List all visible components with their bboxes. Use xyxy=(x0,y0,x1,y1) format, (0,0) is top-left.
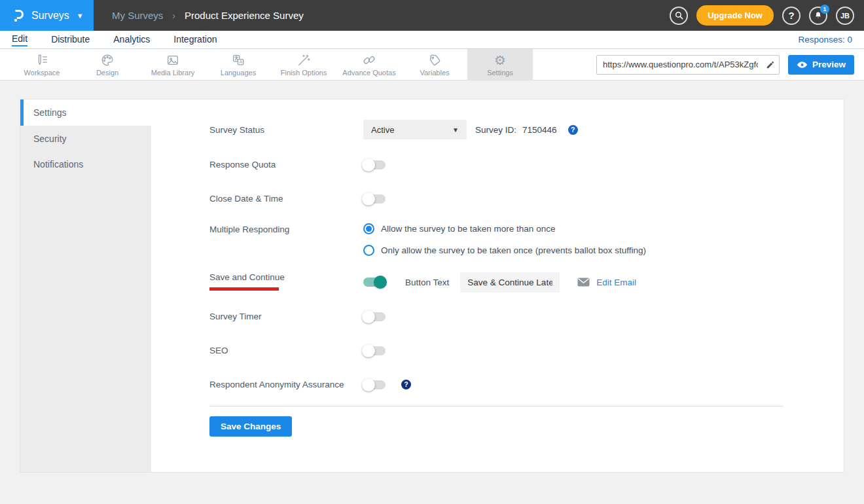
survey-url-box xyxy=(596,55,780,75)
survey-id-label: Survey ID: xyxy=(475,125,516,135)
sidebar-item-settings[interactable]: Settings xyxy=(20,99,151,126)
variables-icon xyxy=(427,52,442,67)
save-and-continue-label: Save and Continue xyxy=(209,272,285,282)
breadcrumb-my-surveys[interactable]: My Surveys xyxy=(112,10,163,21)
row-save-and-continue: Save and Continue Button Text Edit Email xyxy=(209,272,783,293)
upgrade-now-button[interactable]: Upgrade Now xyxy=(696,5,774,26)
survey-timer-label: Survey Timer xyxy=(209,312,363,321)
sidebar-item-security[interactable]: Security xyxy=(20,126,151,151)
survey-status-label: Survey Status xyxy=(209,125,363,135)
breadcrumb: My Surveys › Product Experience Survey xyxy=(112,10,304,21)
multiple-responding-options: Allow the survey to be taken more than o… xyxy=(363,223,646,256)
survey-status-value: Active xyxy=(371,125,394,135)
page-title: Product Experience Survey xyxy=(185,10,304,21)
multiple-responding-label: Multiple Responding xyxy=(209,223,363,234)
search-icon xyxy=(674,10,684,20)
button-text-label: Button Text xyxy=(405,278,449,287)
response-quota-toggle[interactable] xyxy=(363,160,386,170)
radio-option-multiple-allowed[interactable]: Allow the survey to be taken more than o… xyxy=(363,223,646,234)
eye-icon xyxy=(797,61,808,69)
notification-badge: 1 xyxy=(820,5,829,14)
row-seo: SEO xyxy=(209,341,783,359)
toolbar-item-settings[interactable]: ⚙ Settings xyxy=(467,49,533,80)
help-button[interactable]: ? xyxy=(782,7,801,25)
radio-option-once-only[interactable]: Only allow the survey to be taken once (… xyxy=(363,245,646,256)
preview-button[interactable]: Preview xyxy=(788,55,854,75)
close-date-time-toggle[interactable] xyxy=(363,194,386,204)
row-multiple-responding: Multiple Responding Allow the survey to … xyxy=(209,223,783,256)
toolbar-item-finish-options[interactable]: Finish Options xyxy=(271,49,336,80)
row-survey-status: Survey Status Active ▼ Survey ID: 715044… xyxy=(209,120,783,139)
media-library-icon xyxy=(166,52,180,67)
toolbar-item-media-library[interactable]: Media Library xyxy=(140,49,206,80)
settings-icon: ⚙ xyxy=(494,52,506,67)
edit-url-button[interactable] xyxy=(762,56,779,74)
product-switcher[interactable]: Surveys ▼ xyxy=(0,0,94,31)
respondent-anonymity-toggle[interactable] xyxy=(363,380,386,389)
toolbar-item-design[interactable]: Design xyxy=(75,49,140,80)
search-button[interactable] xyxy=(670,7,688,25)
breadcrumb-separator: › xyxy=(172,10,175,21)
top-header: Surveys ▼ My Surveys › Product Experienc… xyxy=(0,0,864,31)
response-quota-label: Response Quota xyxy=(209,160,363,170)
survey-nav: Edit Distribute Analytics Integration Re… xyxy=(0,31,864,49)
edit-toolbar: Workspace Design Media Library A Languag… xyxy=(0,49,864,81)
content-area: Settings Security Notifications Survey S… xyxy=(0,81,864,473)
row-respondent-anonymity: Respondent Anonymity Assurance ? xyxy=(209,375,783,393)
tab-integration[interactable]: Integration xyxy=(173,34,217,46)
notifications-button[interactable]: 1 xyxy=(809,7,827,25)
app-label: Surveys xyxy=(31,10,69,22)
radio-icon xyxy=(363,245,374,256)
survey-id-help-icon[interactable]: ? xyxy=(568,125,578,135)
row-response-quota: Response Quota xyxy=(209,155,783,173)
languages-icon: A xyxy=(231,52,245,67)
header-actions: Upgrade Now ? 1 JB xyxy=(670,5,864,26)
toolbar-item-languages[interactable]: A Languages xyxy=(206,49,271,80)
row-survey-timer: Survey Timer xyxy=(209,307,783,325)
seo-label: SEO xyxy=(209,346,363,355)
toolbar-item-workspace[interactable]: Workspace xyxy=(9,49,75,80)
edit-email-link[interactable]: Edit Email xyxy=(596,278,636,287)
radio-icon xyxy=(363,223,374,234)
advance-quotas-icon xyxy=(362,52,376,67)
tab-distribute[interactable]: Distribute xyxy=(51,34,90,46)
settings-card: Settings Security Notifications Survey S… xyxy=(20,99,844,473)
save-and-continue-toggle[interactable] xyxy=(363,278,386,287)
close-date-time-label: Close Date & Time xyxy=(209,194,363,204)
sidebar-item-notifications[interactable]: Notifications xyxy=(20,151,151,177)
email-icon xyxy=(577,278,590,287)
responses-count: Responses: 0 xyxy=(798,35,852,45)
chevron-down-icon: ▼ xyxy=(452,126,459,134)
chevron-down-icon: ▼ xyxy=(77,12,84,20)
save-changes-button[interactable]: Save Changes xyxy=(209,416,292,437)
avatar: JB xyxy=(840,12,850,20)
settings-form: Survey Status Active ▼ Survey ID: 715044… xyxy=(151,99,844,472)
questionpro-logo-icon xyxy=(10,8,26,24)
red-annotation-underline xyxy=(209,287,279,291)
row-close-date-time: Close Date & Time xyxy=(209,189,783,207)
button-text-input[interactable] xyxy=(460,272,560,293)
toolbar-right: Preview xyxy=(596,49,864,80)
tab-edit[interactable]: Edit xyxy=(12,33,27,46)
help-icon: ? xyxy=(788,10,794,21)
survey-status-select[interactable]: Active ▼ xyxy=(363,120,467,139)
settings-sidebar: Settings Security Notifications xyxy=(20,99,151,472)
toolbar-item-variables[interactable]: Variables xyxy=(402,49,467,80)
respondent-anonymity-help-icon[interactable]: ? xyxy=(401,380,411,389)
pencil-icon xyxy=(766,60,775,69)
tab-analytics[interactable]: Analytics xyxy=(113,34,150,46)
save-and-continue-label-block: Save and Continue xyxy=(209,272,363,291)
form-divider xyxy=(209,406,783,406)
survey-url-input[interactable] xyxy=(597,60,762,69)
design-icon xyxy=(100,52,115,67)
survey-timer-toggle[interactable] xyxy=(363,312,386,321)
survey-id-value: 7150446 xyxy=(522,125,557,135)
svg-text:A: A xyxy=(239,59,242,63)
seo-toggle[interactable] xyxy=(363,346,386,355)
toolbar-item-advance-quotas[interactable]: Advance Quotas xyxy=(336,49,402,80)
account-menu[interactable]: JB xyxy=(836,7,854,25)
workspace-icon xyxy=(35,52,49,67)
respondent-anonymity-label: Respondent Anonymity Assurance xyxy=(209,380,363,389)
finish-options-icon xyxy=(297,52,311,67)
